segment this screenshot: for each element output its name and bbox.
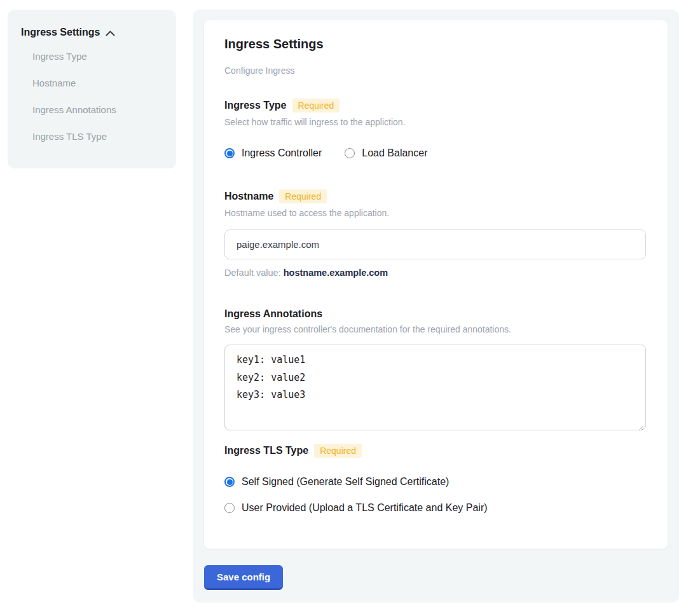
settings-sidebar: Ingress Settings Ingress Type Hostname I… bbox=[8, 10, 176, 168]
ingress-annotations-label: Ingress Annotations bbox=[224, 308, 322, 320]
section-ingress-annotations: Ingress Annotations See your ingress con… bbox=[224, 308, 647, 430]
page-subtitle: Configure Ingress bbox=[224, 65, 647, 76]
radio-unselected-icon[interactable] bbox=[345, 148, 355, 158]
radio-unselected-icon[interactable] bbox=[224, 503, 235, 513]
page-title: Ingress Settings bbox=[224, 37, 647, 51]
ingress-settings-card: Ingress Settings Configure Ingress Ingre… bbox=[204, 20, 668, 549]
radio-selected-icon[interactable] bbox=[224, 477, 235, 487]
radio-label: Load Balancer bbox=[362, 147, 427, 159]
required-badge: Required bbox=[279, 189, 327, 203]
resize-handle-icon[interactable] bbox=[638, 422, 644, 428]
radio-option-load-balancer[interactable]: Load Balancer bbox=[345, 147, 427, 159]
hostname-label: Hostname bbox=[224, 191, 273, 202]
sidebar-item-ingress-annotations[interactable]: Ingress Annotations bbox=[21, 97, 168, 123]
sidebar-item-ingress-tls-type[interactable]: Ingress TLS Type bbox=[21, 123, 168, 150]
sidebar-nav-list: Ingress Type Hostname Ingress Annotation… bbox=[21, 43, 168, 150]
radio-label: User Provided (Upload a TLS Certificate … bbox=[242, 502, 488, 514]
radio-label: Self Signed (Generate Self Signed Certif… bbox=[242, 476, 449, 488]
sidebar-item-ingress-type[interactable]: Ingress Type bbox=[21, 43, 168, 70]
radio-label: Ingress Controller bbox=[242, 147, 322, 159]
main-panel: Ingress Settings Configure Ingress Ingre… bbox=[193, 10, 679, 603]
section-ingress-tls-type: Ingress TLS Type Required Self Signed (G… bbox=[224, 444, 647, 514]
ingress-type-radio-group: Ingress Controller Load Balancer bbox=[224, 147, 647, 159]
ingress-tls-type-label: Ingress TLS Type bbox=[224, 445, 308, 456]
ingress-annotations-description: See your ingress controller's documentat… bbox=[224, 324, 647, 334]
radio-option-ingress-controller[interactable]: Ingress Controller bbox=[224, 147, 322, 159]
required-badge: Required bbox=[292, 99, 340, 113]
sidebar-item-hostname[interactable]: Hostname bbox=[21, 70, 168, 97]
section-ingress-type: Ingress Type Required Select how traffic… bbox=[224, 99, 647, 159]
hostname-description: Hostname used to access the application. bbox=[224, 208, 647, 218]
chevron-up-icon bbox=[106, 29, 115, 36]
save-config-button[interactable]: Save config bbox=[204, 565, 283, 590]
required-badge: Required bbox=[314, 444, 362, 458]
radio-selected-icon[interactable] bbox=[224, 148, 235, 158]
ingress-type-description: Select how traffic will ingress to the a… bbox=[224, 117, 647, 127]
hostname-default-row: Default value: hostname.example.com bbox=[224, 268, 647, 278]
ingress-tls-radio-group: Self Signed (Generate Self Signed Certif… bbox=[224, 476, 647, 514]
sidebar-section-header-ingress-settings[interactable]: Ingress Settings bbox=[21, 27, 168, 38]
hostname-input[interactable] bbox=[224, 229, 646, 259]
default-value: hostname.example.com bbox=[284, 268, 388, 278]
sidebar-section-title: Ingress Settings bbox=[21, 27, 100, 38]
radio-option-user-provided[interactable]: User Provided (Upload a TLS Certificate … bbox=[224, 502, 647, 514]
radio-option-self-signed[interactable]: Self Signed (Generate Self Signed Certif… bbox=[224, 476, 647, 488]
section-hostname: Hostname Required Hostname used to acces… bbox=[224, 189, 647, 278]
default-value-label: Default value: bbox=[224, 268, 281, 278]
ingress-annotations-textarea[interactable]: key1: value1 key2: value2 key3: value3 bbox=[224, 345, 646, 430]
ingress-type-label: Ingress Type bbox=[224, 100, 287, 111]
